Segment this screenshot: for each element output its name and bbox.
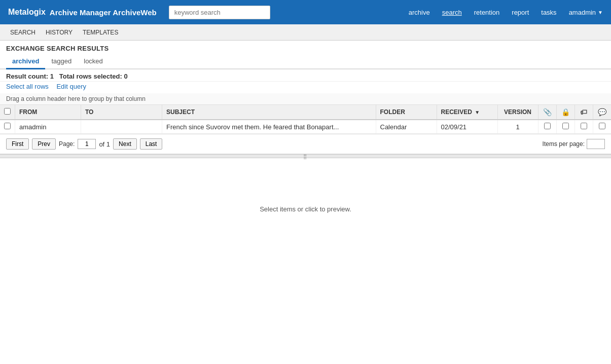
page-title-bar: EXCHANGE SEARCH RESULTS	[0, 41, 611, 54]
row-subject: French since Suvorov met them. He feared…	[162, 120, 376, 134]
row-folder: Calendar	[376, 120, 437, 134]
col-header-received[interactable]: RECEIVED ▼	[437, 105, 497, 120]
row-from: amadmin	[15, 120, 81, 134]
total-rows-value: 0	[124, 72, 127, 80]
result-count-label: Result count:	[6, 72, 48, 80]
next-button[interactable]: Next	[113, 138, 137, 150]
table-header-row: FROM TO SUBJECT FOLDER RECEIVED ▼ VERSIO…	[0, 105, 611, 120]
header-nav: archive search retention report tasks am…	[409, 9, 603, 16]
col-header-folder[interactable]: FOLDER	[376, 105, 437, 120]
row-comment-checkbox[interactable]	[599, 123, 605, 129]
row-to	[81, 120, 162, 134]
tabs: archived tagged locked	[0, 54, 611, 69]
divider-handle[interactable]: ⣿	[0, 154, 611, 158]
page-label: Page:	[59, 140, 75, 148]
preview-panel: Select items or click to preview.	[0, 158, 611, 260]
prev-button[interactable]: Prev	[32, 138, 56, 150]
group-hint: Drag a column header here to group by th…	[0, 93, 611, 105]
brand-name: Metalogix	[8, 8, 46, 17]
result-actions: Select all rows Edit query	[0, 82, 611, 93]
tab-archived[interactable]: archived	[6, 54, 45, 69]
divider-icon: ⣿	[303, 154, 308, 159]
first-button[interactable]: First	[6, 138, 29, 150]
subnav-search[interactable]: SEARCH	[6, 26, 40, 39]
subnav-history[interactable]: HISTORY	[42, 26, 77, 39]
lock-icon: 🔒	[561, 108, 570, 116]
items-per-page-input[interactable]: 20	[587, 139, 605, 149]
col-header-comment[interactable]: 💬	[593, 105, 611, 120]
comment-icon: 💬	[598, 108, 606, 116]
col-header-tag[interactable]: 🏷	[574, 105, 593, 120]
result-count-value: 1	[50, 72, 54, 80]
sub-nav: SEARCH HISTORY TEMPLATES	[0, 24, 611, 41]
row-attachment-checkbox[interactable]	[544, 123, 551, 129]
chevron-down-icon: ▼	[598, 10, 603, 15]
row-version: 1	[497, 120, 538, 134]
search-input[interactable]	[169, 6, 270, 19]
last-button[interactable]: Last	[140, 138, 163, 150]
brand: Metalogix Archive Manager ArchiveWeb	[8, 8, 157, 17]
results-table-wrapper: FROM TO SUBJECT FOLDER RECEIVED ▼ VERSIO…	[0, 105, 611, 134]
attachment-icon: 📎	[543, 108, 552, 116]
admin-dropdown[interactable]: amadmin ▼	[569, 9, 603, 16]
items-per-page: Items per page: 20	[543, 139, 605, 149]
admin-label: amadmin	[569, 9, 596, 16]
results-table: FROM TO SUBJECT FOLDER RECEIVED ▼ VERSIO…	[0, 105, 611, 134]
row-lock	[556, 120, 574, 134]
header: Metalogix Archive Manager ArchiveWeb arc…	[0, 0, 611, 24]
col-header-from[interactable]: FROM	[15, 105, 81, 120]
row-attachment	[538, 120, 556, 134]
nav-search[interactable]: search	[442, 9, 462, 16]
col-header-lock[interactable]: 🔒	[556, 105, 574, 120]
search-box	[169, 6, 270, 19]
edit-query-link[interactable]: Edit query	[56, 83, 86, 90]
row-checkbox[interactable]	[4, 123, 11, 129]
row-check-cell	[0, 120, 15, 134]
col-header-subject[interactable]: SUBJECT	[162, 105, 376, 120]
pagination: First Prev Page: 1 of 1 Next Last Items …	[0, 134, 611, 154]
nav-tasks[interactable]: tasks	[541, 9, 556, 16]
page-input[interactable]: 1	[78, 139, 96, 149]
nav-archive[interactable]: archive	[409, 9, 430, 16]
total-rows-label: Total rows selected:	[59, 72, 122, 80]
nav-retention[interactable]: retention	[474, 9, 500, 16]
col-header-attachment[interactable]: 📎	[538, 105, 556, 120]
row-comment	[593, 120, 611, 134]
sort-arrow-received: ▼	[475, 110, 480, 115]
of-label: of 1	[99, 140, 110, 148]
row-lock-checkbox[interactable]	[562, 123, 569, 129]
nav-report[interactable]: report	[512, 9, 529, 16]
row-tag-checkbox[interactable]	[581, 123, 587, 129]
col-header-check	[0, 105, 15, 120]
items-per-page-label: Items per page:	[543, 140, 585, 148]
col-header-version[interactable]: VERSION	[497, 105, 538, 120]
subnav-templates[interactable]: TEMPLATES	[79, 26, 122, 39]
row-received: 02/09/21	[437, 120, 497, 134]
page-title: EXCHANGE SEARCH RESULTS	[6, 45, 605, 52]
result-info: Result count: 1 Total rows selected: 0	[0, 69, 611, 82]
row-tag	[574, 120, 593, 134]
tab-tagged[interactable]: tagged	[45, 54, 78, 69]
col-header-to[interactable]: TO	[81, 105, 162, 120]
select-all-rows-link[interactable]: Select all rows	[6, 83, 49, 90]
table-row[interactable]: amadmin French since Suvorov met them. H…	[0, 120, 611, 134]
preview-message: Select items or click to preview.	[260, 205, 351, 213]
tag-icon: 🏷	[580, 108, 587, 116]
tab-locked[interactable]: locked	[78, 54, 109, 69]
select-all-checkbox[interactable]	[4, 108, 11, 115]
app-title: Archive Manager ArchiveWeb	[50, 8, 157, 17]
